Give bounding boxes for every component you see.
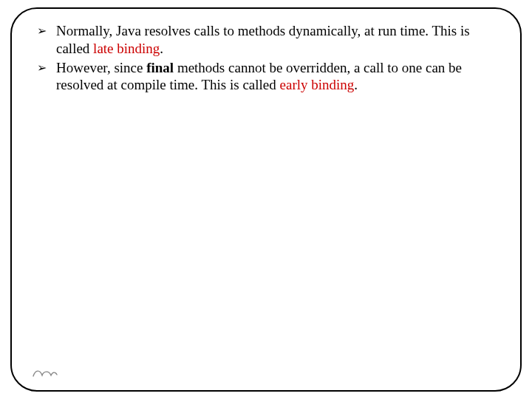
bullet-text: However, since xyxy=(56,60,146,75)
slide: ➢ Normally, Java resolves calls to metho… xyxy=(0,0,532,399)
arrow-icon: ➢ xyxy=(37,24,47,39)
corner-doodle-icon xyxy=(33,366,58,378)
term-late-binding: late binding xyxy=(93,41,160,56)
slide-content: ➢ Normally, Java resolves calls to metho… xyxy=(33,22,499,94)
keyword-final: final xyxy=(146,60,174,75)
arrow-icon: ➢ xyxy=(37,61,47,76)
bullet-list: ➢ Normally, Java resolves calls to metho… xyxy=(33,22,499,94)
list-item: ➢ However, since final methods cannot be… xyxy=(37,59,499,95)
bullet-text: . xyxy=(354,77,358,92)
term-early-binding: early binding xyxy=(280,77,355,92)
slide-frame: ➢ Normally, Java resolves calls to metho… xyxy=(10,7,522,392)
bullet-text: . xyxy=(160,41,163,56)
list-item: ➢ Normally, Java resolves calls to metho… xyxy=(37,22,499,58)
